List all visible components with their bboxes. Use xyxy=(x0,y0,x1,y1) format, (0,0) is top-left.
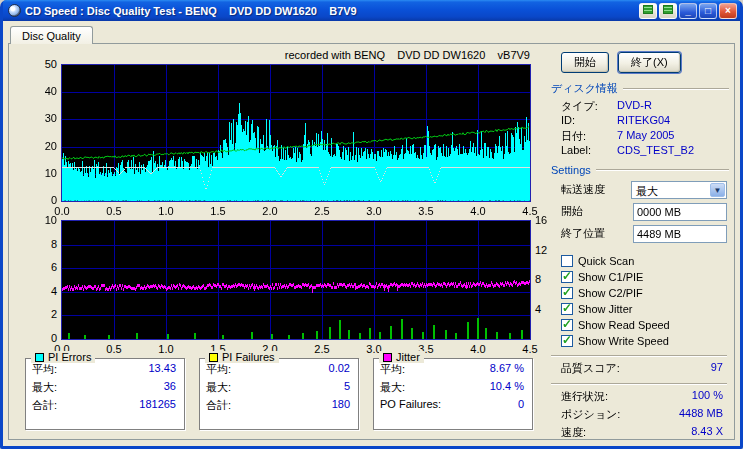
axis-tick-label: 4 xyxy=(29,285,57,297)
pi-errors-legend: PI Errors xyxy=(31,351,95,363)
transfer-speed-label: 転送速度 xyxy=(561,182,631,197)
green-chart-icon xyxy=(643,5,653,14)
app-window: CD Speed : Disc Quality Test - BENQ DVD … xyxy=(0,0,743,449)
checkbox-quick-scan[interactable]: Quick Scan xyxy=(561,253,731,269)
pi-errors-chart-canvas xyxy=(61,64,531,202)
maximize-button[interactable]: □ xyxy=(699,3,717,19)
jitter-legend: Jitter xyxy=(379,351,424,363)
checkbox-label: Show Read Speed xyxy=(578,319,670,331)
stat-label: 平均: xyxy=(380,362,405,377)
stat-value: 0.02 xyxy=(329,362,350,377)
green-chart-icon xyxy=(663,5,673,14)
stat-value: 36 xyxy=(164,380,176,395)
stat-label: 平均: xyxy=(206,362,231,377)
chart-header: recorded with BENQ DVD DD DW1620 vB7V9 xyxy=(62,49,530,61)
axis-tick-label: 2.5 xyxy=(308,343,336,355)
jitter-chart-canvas xyxy=(61,220,531,340)
exit-button[interactable]: 終了(X) xyxy=(618,52,681,73)
axis-tick-label: 8 xyxy=(29,238,57,250)
chevron-down-icon[interactable]: ▼ xyxy=(710,183,725,197)
pi-errors-legend-label: PI Errors xyxy=(48,351,91,363)
copy-graph-button[interactable] xyxy=(639,3,657,19)
pi-failures-legend-label: PI Failures xyxy=(222,351,275,363)
progress-row: 進行状況:100 % xyxy=(561,389,723,405)
disc-type-row: タイプ:DVD-R xyxy=(561,99,731,114)
axis-tick-label: 1.0 xyxy=(152,205,180,217)
axis-tick-label: 30 xyxy=(29,112,57,124)
checkbox-box-icon[interactable] xyxy=(561,271,573,283)
axis-tick-label: 10 xyxy=(29,167,57,179)
stat-label: 合計: xyxy=(206,398,231,413)
axis-tick-label: 10 xyxy=(29,214,57,226)
settings-header: Settings xyxy=(551,164,729,176)
axis-tick-label: 2 xyxy=(29,308,57,320)
axis-tick-label: 1.0 xyxy=(152,343,180,355)
divider xyxy=(551,355,727,357)
speed-row: 速度:8.43 X xyxy=(561,425,723,441)
jitter-legend-label: Jitter xyxy=(396,351,420,363)
end-position-input[interactable] xyxy=(633,225,727,243)
end-position-row: 終了位置 xyxy=(561,223,727,244)
pi-errors-summary-box: PI Errors 平均:13.43 最大:36 合計:181265 xyxy=(25,358,185,430)
pi-failures-legend: PI Failures xyxy=(205,351,279,363)
stat-label: PO Failures: xyxy=(380,398,441,410)
checkbox-label: Show C2/PIF xyxy=(578,287,643,299)
app-icon xyxy=(8,4,21,17)
checkbox-show-jitter[interactable]: Show Jitter xyxy=(561,301,731,317)
pi-failures-summary-box: PI Failures 平均:0.02 最大:5 合計:180 xyxy=(199,358,359,430)
stat-value: 180 xyxy=(332,398,350,413)
quality-score-row: 品質スコア:97 xyxy=(561,361,723,377)
tab-disc-quality[interactable]: Disc Quality xyxy=(10,26,93,44)
stat-label: 最大: xyxy=(32,380,57,395)
checkbox-show-c1-pie[interactable]: Show C1/PIE xyxy=(561,269,731,285)
stat-value: 8.67 % xyxy=(490,362,524,377)
axis-tick-label: 3.0 xyxy=(360,205,388,217)
axis-tick-label: 40 xyxy=(29,85,57,97)
end-position-label: 終了位置 xyxy=(561,226,633,241)
pi-failures-swatch-icon xyxy=(209,353,218,362)
start-position-input[interactable] xyxy=(633,203,727,221)
checkbox-box-icon[interactable] xyxy=(561,303,573,315)
start-position-label: 開始 xyxy=(561,204,633,219)
stat-value: 13.43 xyxy=(148,362,176,377)
start-position-row: 開始 xyxy=(561,201,727,222)
checkbox-show-read-speed[interactable]: Show Read Speed xyxy=(561,317,731,333)
close-button[interactable]: × xyxy=(719,3,737,19)
jitter-swatch-icon xyxy=(383,353,392,362)
checkbox-label: Show C1/PIE xyxy=(578,271,643,283)
stat-label: 平均: xyxy=(32,362,57,377)
jitter-summary-box: Jitter 平均:8.67 % 最大:10.4 % PO Failures:0 xyxy=(373,358,533,430)
disc-quality-page: recorded with BENQ DVD DD DW1620 vB7V9 5… xyxy=(8,43,735,440)
axis-tick-label: 4.5 xyxy=(516,343,544,355)
stat-value: 0 xyxy=(518,398,524,410)
axis-tick-label: 0.5 xyxy=(100,205,128,217)
checkbox-box-icon[interactable] xyxy=(561,287,573,299)
checkbox-label: Show Write Speed xyxy=(578,335,669,347)
checkbox-box-icon[interactable] xyxy=(561,319,573,331)
titlebar[interactable]: CD Speed : Disc Quality Test - BENQ DVD … xyxy=(3,0,740,21)
disc-label-row: Label:CDS_TEST_B2 xyxy=(561,144,731,159)
checkbox-show-write-speed[interactable]: Show Write Speed xyxy=(561,333,731,349)
axis-tick-label: 4.0 xyxy=(464,343,492,355)
checkbox-box-icon[interactable] xyxy=(561,255,573,267)
minimize-button[interactable]: _ xyxy=(679,3,697,19)
checkbox-box-icon[interactable] xyxy=(561,335,573,347)
start-button[interactable]: 開始 xyxy=(561,52,609,73)
position-row: ポジション:4488 MB xyxy=(561,407,723,423)
disc-date-row: 日付:7 May 2005 xyxy=(561,129,731,144)
stat-value: 181265 xyxy=(139,398,176,413)
axis-tick-label: 20 xyxy=(29,140,57,152)
window-title: CD Speed : Disc Quality Test - BENQ DVD … xyxy=(25,5,639,17)
save-graph-button[interactable] xyxy=(659,3,677,19)
control-panel: 開始 終了(X) ディスク情報 タイプ:DVD-R ID:RITEKG04 日付… xyxy=(545,46,731,438)
axis-tick-label: 4.0 xyxy=(464,205,492,217)
client-area: Disc Quality recorded with BENQ DVD DD D… xyxy=(3,21,740,446)
stat-value: 5 xyxy=(344,380,350,395)
disc-id-row: ID:RITEKG04 xyxy=(561,114,731,129)
checkbox-show-c2-pif[interactable]: Show C2/PIF xyxy=(561,285,731,301)
disc-info-header: ディスク情報 xyxy=(551,81,729,96)
options-checkbox-list: Quick ScanShow C1/PIEShow C2/PIFShow Jit… xyxy=(545,253,731,349)
transfer-speed-select[interactable]: 最大 ▼ xyxy=(631,181,727,199)
axis-tick-label: 1.5 xyxy=(204,205,232,217)
checkbox-label: Show Jitter xyxy=(578,303,632,315)
